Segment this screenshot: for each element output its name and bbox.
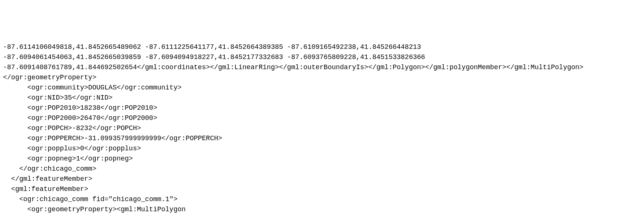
geometry-property-line: <ogr:geometryProperty><gml:MultiPolygon — [3, 206, 186, 213]
ogr-pop2010-line: <ogr:POP2010>18238</ogr:POP2010> — [3, 104, 157, 112]
open-chicago-comm: <ogr:chicago_comm fid="chicago_comm.1"> — [3, 195, 178, 203]
ogr-nid-line: <ogr:NID>35</ogr:NID> — [3, 94, 113, 101]
ogr-community-line: <ogr:community>DOUGLAS</ogr:community> — [3, 84, 181, 91]
close-chicago-comm: </ogr:chicago_comm> — [3, 165, 96, 173]
close-feature-member: </gml:featureMember> — [3, 175, 92, 183]
coord-line-3: -87.6091408761789,41.844692502654</gml:c… — [3, 64, 584, 81]
coord-line-2: -87.6094061454063,41.8452665039859 -87.6… — [3, 53, 425, 61]
coord-line-1: -87.6114106049818,41.8452665489062 -87.6… — [3, 43, 421, 51]
ogr-popperch-line: <ogr:POPPERCH>-31.099357999999999</ogr:P… — [3, 135, 222, 142]
ogr-popneg-line: <ogr:popneg>1</ogr:popneg> — [3, 155, 133, 162]
ogr-popch-line: <ogr:POPCH>-8232</ogr:POPCH> — [3, 124, 141, 132]
open-feature-member: <gml:featureMember> — [3, 185, 88, 193]
ogr-popplus-line: <ogr:popplus>0</ogr:popplus> — [3, 145, 141, 152]
ogr-pop2000-line: <ogr:POP2000>26470</ogr:POP2000> — [3, 114, 157, 122]
xml-code-block: -87.6114106049818,41.8452665489062 -87.6… — [3, 42, 641, 215]
